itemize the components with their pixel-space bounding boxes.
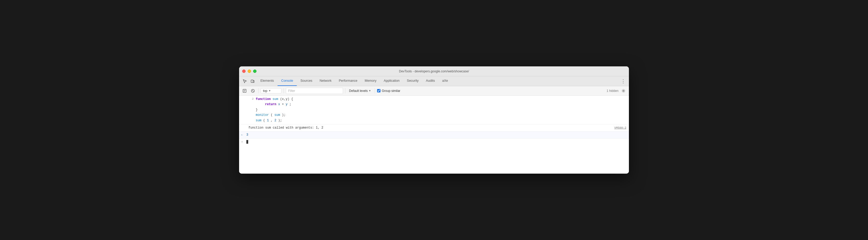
code-content-1: function sum (x,y) { (256, 97, 293, 102)
console-toolbar: top ▼ Default levels ▼ Group similar 1 h… (239, 86, 629, 96)
tab-console[interactable]: Console (278, 76, 297, 86)
title-bar: DevTools - developers.google.com/web/sho… (239, 66, 629, 76)
result-value: 3 (246, 132, 248, 137)
toolbar-divider-2 (283, 88, 284, 94)
group-similar-label[interactable]: Group similar (377, 89, 400, 93)
cursor (246, 140, 248, 144)
more-tabs-button[interactable]: ⋮ (620, 78, 627, 85)
device-toolbar-button[interactable] (249, 78, 256, 85)
svg-rect-2 (243, 89, 246, 92)
vm-link[interactable]: VM580:2 (614, 126, 626, 130)
line-number-2: 2 (248, 97, 254, 102)
maximize-button[interactable] (253, 70, 256, 73)
output-line-function-called: function sum called with arguments: 1, 2… (239, 125, 629, 131)
tab-axe[interactable]: aXe (438, 76, 452, 86)
toolbar-divider-3 (345, 88, 345, 94)
context-value: top (263, 89, 268, 93)
clear-console-button[interactable] (249, 87, 256, 94)
default-levels-dropdown[interactable]: Default levels ▼ (347, 88, 373, 93)
tab-sources[interactable]: Sources (297, 76, 316, 86)
result-arrow-icon: ← (241, 133, 244, 137)
tab-memory[interactable]: Memory (361, 76, 380, 86)
code-line-3: } (248, 107, 627, 112)
console-output: 2 function sum (x,y) { return x + y (239, 96, 629, 174)
context-selector[interactable]: top ▼ (261, 88, 281, 94)
code-line-4: monitor ( sum ); (248, 112, 627, 118)
code-content-4: monitor ( sum ); (256, 112, 286, 118)
code-content-3: } (256, 107, 257, 112)
tab-audits[interactable]: Audits (422, 76, 439, 86)
code-input-block: 2 function sum (x,y) { return x + y (239, 96, 629, 125)
toolbar-divider-4 (375, 88, 375, 94)
default-levels-arrow-icon: ▼ (369, 89, 371, 92)
result-line: ← 3 (239, 131, 629, 138)
inspect-element-button[interactable] (241, 78, 248, 85)
default-levels-label: Default levels (349, 89, 368, 93)
devtools-tab-bar: Elements Console Sources Network Perform… (239, 76, 629, 86)
window-title: DevTools - developers.google.com/web/sho… (399, 70, 469, 73)
filter-input[interactable] (286, 88, 343, 94)
tab-elements[interactable]: Elements (257, 76, 278, 86)
tab-network[interactable]: Network (316, 76, 335, 86)
code-line-1: 2 function sum (x,y) { (248, 97, 627, 102)
traffic-lights (242, 70, 256, 73)
group-similar-checkbox[interactable] (377, 89, 380, 92)
group-similar-text: Group similar (382, 89, 400, 93)
tab-list: Elements Console Sources Network Perform… (257, 76, 620, 86)
hidden-count: 1 hidden (607, 89, 619, 93)
code-line-2: return x + y ; (248, 102, 627, 107)
code-line-5: sum ( 1 , 2 ); (248, 118, 627, 123)
code-content-5: sum ( 1 , 2 ); (256, 118, 282, 123)
prompt-arrow-icon: › (241, 139, 244, 144)
svg-line-4 (252, 90, 254, 91)
console-prompt-line[interactable]: › (239, 139, 629, 145)
console-settings-button[interactable] (620, 87, 627, 94)
output-text: function sum called with arguments: 1, 2 (248, 125, 323, 130)
svg-point-5 (623, 90, 624, 91)
context-arrow-icon: ▼ (269, 89, 271, 92)
tab-security[interactable]: Security (403, 76, 422, 86)
svg-rect-1 (253, 80, 254, 82)
tab-application[interactable]: Application (380, 76, 403, 86)
svg-rect-0 (251, 80, 253, 82)
devtools-window: DevTools - developers.google.com/web/sho… (239, 66, 629, 174)
execute-button[interactable] (241, 87, 248, 94)
code-content-2: return x + y ; (256, 102, 291, 107)
minimize-button[interactable] (248, 70, 251, 73)
close-button[interactable] (242, 70, 246, 73)
tab-performance[interactable]: Performance (335, 76, 361, 86)
